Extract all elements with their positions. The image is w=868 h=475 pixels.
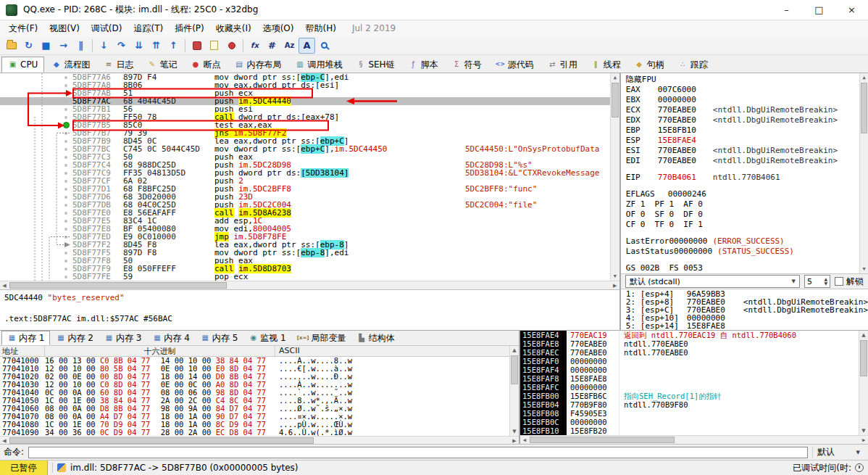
row-dot[interactable] xyxy=(64,140,67,143)
az-icon[interactable]: Az xyxy=(281,38,298,54)
tab-memory-4[interactable]: ▦内存 4 xyxy=(147,331,194,345)
tab-struct[interactable]: ▙结构体 xyxy=(352,331,400,345)
tab-log[interactable]: ≡日志 xyxy=(97,57,140,73)
stack-row[interactable]: 15E8FB1015E8FB20 xyxy=(520,426,859,435)
scrollbar-thumb[interactable] xyxy=(9,282,227,289)
row-dot[interactable] xyxy=(64,100,67,103)
stack-row[interactable]: 15E8FAE8770EABE0ntdll.770EABE0 xyxy=(520,339,859,348)
row-dot[interactable] xyxy=(64,204,67,207)
register-row[interactable]: EAX007C6000 xyxy=(626,85,868,95)
disasm-horizontal-scrollbar[interactable]: ◀ ▶ xyxy=(0,281,619,289)
disasm-vertical-scrollbar[interactable]: ▲ ▼ xyxy=(610,73,619,281)
scroll-right-icon[interactable]: ▶ xyxy=(611,281,619,290)
registers-vertical-scrollbar[interactable]: ▲ ▼ xyxy=(859,73,868,273)
menu-item[interactable]: 视图(V) xyxy=(43,21,85,36)
search-icon[interactable] xyxy=(316,38,333,54)
flags-row[interactable]: CF 0 TF 0 IF 1 xyxy=(626,220,868,230)
scrollbar-thumb[interactable] xyxy=(530,437,675,443)
stack-row[interactable]: 15E8FAF400000000 xyxy=(520,365,859,374)
scroll-up-icon[interactable]: ▲ xyxy=(510,346,519,355)
row-dot[interactable] xyxy=(64,260,67,263)
row-dot[interactable] xyxy=(64,156,67,159)
scroll-up-icon[interactable]: ▲ xyxy=(860,73,868,82)
scroll-down-icon[interactable]: ▼ xyxy=(859,426,868,435)
scroll-left-icon[interactable]: ◀ xyxy=(520,436,529,445)
scrollbar-thumb[interactable] xyxy=(9,437,314,444)
stack-row[interactable]: 15E8FB0015E8FB6C指向SEH_Record[1]的指针 xyxy=(520,392,859,400)
row-dot[interactable] xyxy=(64,92,67,95)
tab-breakpoints[interactable]: ●断点 xyxy=(184,57,227,73)
patches-icon[interactable] xyxy=(188,38,205,54)
tab-locals[interactable]: [x=]局部变量 xyxy=(292,331,351,345)
row-dot[interactable] xyxy=(64,276,67,278)
menu-item[interactable]: 文件(F) xyxy=(3,21,43,36)
tab-memory-3[interactable]: ▦内存 3 xyxy=(99,331,146,345)
register-row[interactable]: ESI770EABE0<ntdll.DbgUiRemoteBreakin> xyxy=(626,146,868,156)
row-dot[interactable] xyxy=(64,116,67,119)
scrollbar-thumb[interactable] xyxy=(860,340,867,376)
tab-seh[interactable]: §SEH链 xyxy=(349,57,401,73)
tab-notes[interactable]: ✎笔记 xyxy=(141,57,183,73)
scroll-right-icon[interactable]: ▶ xyxy=(510,437,519,445)
register-row[interactable]: EDX770EABE0<ntdll.DbgUiRemoteBreakin> xyxy=(626,115,868,125)
scroll-right-icon[interactable]: ▶ xyxy=(859,436,868,445)
tab-trace[interactable]: ∴跟踪 xyxy=(672,57,714,73)
flags-row[interactable]: ZF 1 PF 1 AF 0 xyxy=(626,199,868,210)
highlight-icon[interactable]: A xyxy=(299,38,315,54)
stack-horizontal-scrollbar[interactable]: ◀ ▶ xyxy=(520,435,868,444)
tab-symbols[interactable]: Σ符号 xyxy=(446,57,488,73)
tab-memory-5[interactable]: ▦内存 5 xyxy=(196,331,243,345)
scroll-down-icon[interactable]: ▼ xyxy=(510,427,519,436)
tab-call-stack[interactable]: ▥调用堆栈 xyxy=(288,57,349,73)
menu-item[interactable]: 追踪(T) xyxy=(128,21,169,36)
fx-icon[interactable]: fx xyxy=(246,38,263,54)
unlock-checkbox[interactable]: 解锁 xyxy=(835,276,864,288)
register-row[interactable]: EBP15E8FB10 xyxy=(626,125,868,136)
column-header-ascii[interactable]: ASCII xyxy=(275,346,509,356)
minimize-button[interactable]: – xyxy=(770,0,803,20)
register-row[interactable]: EDI770EABE0<ntdll.DbgUiRemoteBreakin> xyxy=(626,156,868,166)
register-row[interactable]: ESP15E8FAE4 xyxy=(626,136,868,146)
row-dot[interactable] xyxy=(64,196,67,199)
calling-convention-select[interactable]: 默认 (stdcall) ▼ xyxy=(625,275,800,288)
arg-count-spinner[interactable]: 5 ▲▼ xyxy=(804,275,830,288)
row-dot[interactable] xyxy=(64,108,67,111)
open-file-icon[interactable] xyxy=(3,38,20,54)
row-dot[interactable] xyxy=(64,84,67,87)
tab-threads[interactable]: ∥线程 xyxy=(585,57,627,73)
row-dot[interactable] xyxy=(64,76,67,79)
menu-item[interactable]: 选项(O) xyxy=(257,21,300,36)
run-to-return-icon[interactable]: ↑ xyxy=(165,38,182,54)
menu-item[interactable]: 收藏夹(I) xyxy=(210,21,257,36)
tab-references[interactable]: ⇄引用 xyxy=(541,57,584,73)
last-status-row[interactable]: LastStatus 00000000 (STATUS_SUCCESS) xyxy=(626,247,868,257)
trace-over-icon[interactable]: ⇈ xyxy=(148,38,164,54)
row-dot[interactable] xyxy=(64,212,67,215)
row-dot[interactable] xyxy=(64,244,67,247)
tab-source[interactable]: <>源代码 xyxy=(489,57,541,73)
tab-cpu[interactable]: ▣CPU xyxy=(1,57,44,73)
row-dot[interactable] xyxy=(64,172,67,175)
disasm-row[interactable]: 5D8F77FE59pop ecx xyxy=(0,273,619,281)
register-row[interactable]: ECX770EABE0<ntdll.DbgUiRemoteBreakin> xyxy=(626,105,868,115)
tab-memory-map[interactable]: ▤内存布局 xyxy=(228,57,288,73)
column-header-address[interactable]: 地址 xyxy=(0,346,45,356)
memory-horizontal-scrollbar[interactable]: ◀ ▶ xyxy=(0,436,519,444)
scroll-down-icon[interactable]: ▼ xyxy=(611,272,619,281)
checkbox-icon[interactable] xyxy=(835,277,843,286)
stack-row[interactable]: 15E8FAEC770EABE0ntdll.770EABE0 xyxy=(520,348,859,357)
hide-fpu-button[interactable]: 隐藏FPU xyxy=(626,75,868,85)
breakpoint-dot[interactable] xyxy=(63,122,70,128)
stack-row[interactable]: 15E8FB04770B9F80ntdll.770B9F80 xyxy=(520,400,859,409)
scrollbar-thumb[interactable] xyxy=(861,83,867,133)
segment-registers-row[interactable]: GS 002B FS 0053 xyxy=(626,263,868,273)
close-button[interactable]: × xyxy=(835,0,868,20)
step-into-icon[interactable]: ↓ xyxy=(96,38,112,54)
scroll-left-icon[interactable]: ◀ xyxy=(0,437,9,445)
stack-row[interactable]: 15E8FAE4770EAC19返回到 ntdll.770EAC19 自 ntd… xyxy=(520,331,859,339)
pause-icon[interactable]: ∥ xyxy=(72,38,89,54)
stack-vertical-scrollbar[interactable]: ▲ ▼ xyxy=(859,331,868,435)
flags-row[interactable]: OF 0 SF 0 DF 0 xyxy=(626,210,868,220)
row-dot[interactable] xyxy=(64,228,67,231)
run-icon[interactable]: → xyxy=(55,38,72,54)
